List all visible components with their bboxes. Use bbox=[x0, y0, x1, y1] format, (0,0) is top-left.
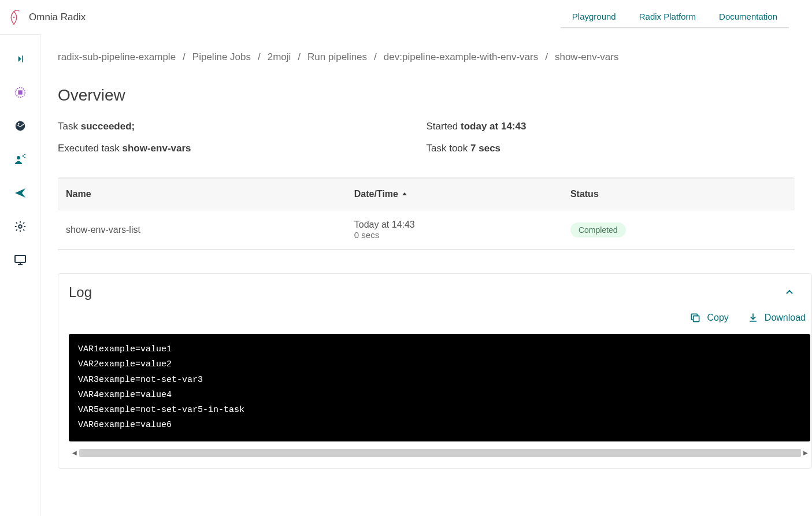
row-datetime-value: Today at 14:43 bbox=[354, 220, 570, 230]
started-line: Started today at 14:43 bbox=[427, 121, 795, 132]
row-status: Completed bbox=[570, 222, 787, 237]
took-prefix: Task took bbox=[427, 143, 471, 154]
top-nav: Playground Radix Platform Documentation bbox=[561, 6, 789, 28]
hscroll-track[interactable]: ◀ ▶ bbox=[69, 448, 811, 458]
svg-point-4 bbox=[15, 121, 25, 131]
log-actions: Copy Download bbox=[69, 300, 811, 334]
task-status-line: Task succeeded; bbox=[58, 121, 427, 132]
breadcrumb-4[interactable]: dev:pipeline-example-with-env-vars bbox=[384, 51, 538, 63]
row-name: show-env-vars-list bbox=[66, 225, 354, 235]
svg-rect-1 bbox=[22, 55, 23, 62]
table-header: Name Date/Time Status bbox=[58, 178, 795, 210]
breadcrumb-3[interactable]: Run pipelines bbox=[307, 51, 367, 63]
nav-radix-platform[interactable]: Radix Platform bbox=[628, 6, 707, 27]
brand-name: Omnia Radix bbox=[29, 12, 86, 23]
svg-point-8 bbox=[18, 225, 22, 228]
main: radix-sub-pipeline-example / Pipeline Jo… bbox=[40, 34, 812, 516]
started-value: today at 14:43 bbox=[461, 121, 526, 132]
svg-point-0 bbox=[13, 16, 14, 17]
svg-point-5 bbox=[17, 123, 19, 125]
download-label: Download bbox=[765, 313, 806, 323]
breadcrumb-sep: / bbox=[183, 51, 186, 63]
svg-rect-10 bbox=[694, 316, 699, 322]
brand[interactable]: Omnia Radix bbox=[5, 8, 86, 27]
sort-asc-icon bbox=[402, 191, 407, 197]
breadcrumb-sep: / bbox=[374, 51, 377, 63]
log-content[interactable]: VAR1example=value1 VAR2example=value2 VA… bbox=[69, 334, 810, 441]
download-icon bbox=[747, 312, 759, 324]
executed-prefix: Executed task bbox=[58, 143, 123, 154]
copy-label: Copy bbox=[707, 313, 728, 323]
log-panel: Log Copy Download bbox=[58, 273, 812, 469]
top-header: Omnia Radix Playground Radix Platform Do… bbox=[0, 0, 812, 34]
took-line: Task took 7 secs bbox=[427, 143, 795, 154]
task-status-value: succeeded; bbox=[81, 121, 135, 132]
svg-rect-3 bbox=[18, 90, 22, 94]
breadcrumb: radix-sub-pipeline-example / Pipeline Jo… bbox=[58, 51, 795, 63]
svg-point-6 bbox=[17, 156, 20, 159]
breadcrumb-sep: / bbox=[258, 51, 261, 63]
breadcrumb-5: show-env-vars bbox=[555, 51, 619, 63]
collapse-log-icon[interactable] bbox=[785, 288, 794, 297]
started-prefix: Started bbox=[427, 121, 461, 132]
executed-line: Executed task show-env-vars bbox=[58, 143, 427, 154]
breadcrumb-sep: / bbox=[298, 51, 301, 63]
brand-logo-icon bbox=[5, 8, 23, 27]
row-duration: 0 secs bbox=[354, 230, 570, 240]
col-datetime[interactable]: Date/Time bbox=[354, 189, 570, 199]
nav-playground[interactable]: Playground bbox=[561, 6, 628, 27]
download-button[interactable]: Download bbox=[747, 312, 806, 324]
breadcrumb-2[interactable]: 2moji bbox=[268, 51, 291, 63]
col-name[interactable]: Name bbox=[66, 189, 354, 199]
executed-value: show-env-vars bbox=[123, 143, 191, 154]
task-status-prefix: Task bbox=[58, 121, 81, 132]
sidebar-item-globe-icon[interactable] bbox=[13, 119, 27, 133]
col-datetime-label: Date/Time bbox=[354, 189, 398, 199]
breadcrumb-sep: / bbox=[545, 51, 548, 63]
table-row[interactable]: show-env-vars-list Today at 14:43 0 secs… bbox=[58, 210, 795, 250]
breadcrumb-1[interactable]: Pipeline Jobs bbox=[192, 51, 251, 63]
svg-rect-9 bbox=[15, 255, 25, 262]
copy-icon bbox=[689, 312, 701, 324]
nav-documentation[interactable]: Documentation bbox=[707, 6, 789, 27]
took-value: 7 secs bbox=[470, 143, 500, 154]
sidebar-item-monitor-icon[interactable] bbox=[13, 253, 27, 267]
row-datetime: Today at 14:43 0 secs bbox=[354, 220, 570, 240]
col-status[interactable]: Status bbox=[570, 189, 787, 199]
sidebar-item-users-icon[interactable] bbox=[13, 153, 27, 166]
sidebar-item-send-icon[interactable] bbox=[13, 186, 27, 200]
breadcrumb-0[interactable]: radix-sub-pipeline-example bbox=[58, 51, 176, 63]
overview-title: Overview bbox=[58, 86, 795, 105]
status-badge: Completed bbox=[570, 222, 626, 237]
scroll-right-icon[interactable]: ▶ bbox=[803, 450, 808, 456]
scroll-left-icon[interactable]: ◀ bbox=[72, 450, 77, 456]
expand-sidebar-icon[interactable] bbox=[13, 52, 27, 66]
sidebar bbox=[0, 34, 40, 516]
steps-table: Name Date/Time Status show-env-vars-list… bbox=[58, 177, 795, 250]
sidebar-item-settings-icon[interactable] bbox=[13, 220, 27, 233]
sidebar-item-app-icon[interactable] bbox=[13, 86, 27, 99]
svg-point-7 bbox=[22, 155, 24, 157]
overview-grid: Task succeeded; Started today at 14:43 E… bbox=[58, 121, 795, 154]
log-title: Log bbox=[69, 284, 92, 300]
copy-button[interactable]: Copy bbox=[689, 312, 728, 324]
scroll-thumb[interactable] bbox=[79, 449, 801, 457]
